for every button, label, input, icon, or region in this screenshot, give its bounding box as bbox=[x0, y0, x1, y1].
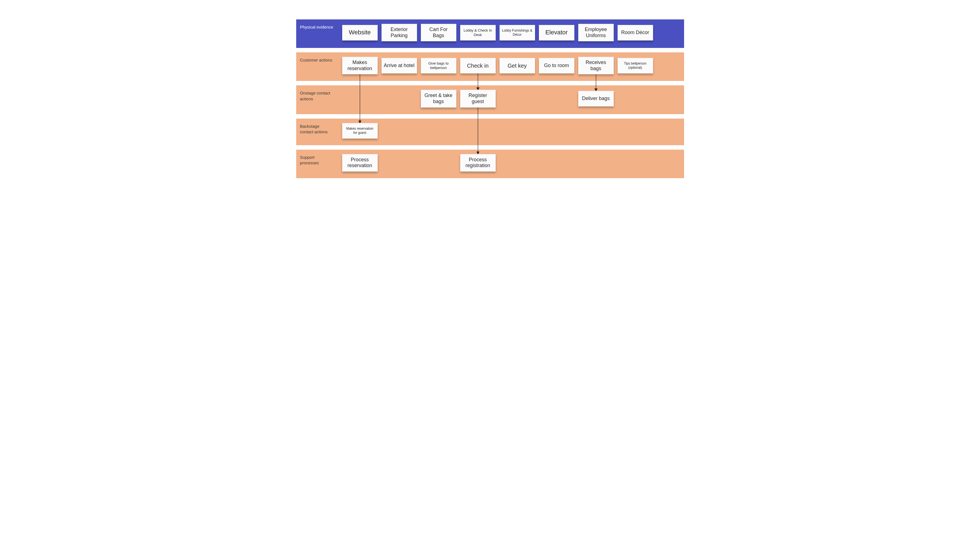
card-go-to-room[interactable]: Go to room bbox=[539, 58, 574, 73]
card-makes-reservation[interactable]: Makes reservation bbox=[342, 57, 378, 74]
empty-slot bbox=[499, 155, 535, 170]
lane-body: Makes reservation for guest bbox=[338, 119, 684, 145]
lane-customer-actions: Customer actions Makes reservation Arriv… bbox=[296, 52, 684, 81]
card-lobby-furnishings-decor[interactable]: Lobby Furnishings & Décor bbox=[499, 25, 535, 41]
lane-backstage-contact-actions: Backstage contact actions Makes reservat… bbox=[296, 119, 684, 145]
service-blueprint: Physical evidence Website Exterior Parki… bbox=[296, 20, 684, 178]
lane-label: Onstage contact actions bbox=[296, 85, 338, 102]
lane-physical-evidence: Physical evidence Website Exterior Parki… bbox=[296, 20, 684, 48]
lane-label: Backstage contact actions bbox=[296, 119, 338, 135]
lane-label: Customer actions bbox=[296, 52, 338, 63]
card-room-decor[interactable]: Room Décor bbox=[618, 25, 653, 41]
empty-slot bbox=[421, 123, 456, 138]
empty-slot bbox=[578, 123, 614, 138]
empty-slot bbox=[578, 155, 614, 170]
empty-slot bbox=[618, 155, 653, 170]
empty-slot bbox=[460, 123, 496, 138]
empty-slot bbox=[539, 123, 574, 138]
card-greet-take-bags[interactable]: Greet & take bags bbox=[421, 90, 456, 107]
lane-onstage-contact-actions: Onstage contact actions Greet & take bag… bbox=[296, 85, 684, 114]
card-process-registration[interactable]: Process registration bbox=[460, 154, 496, 171]
card-deliver-bags[interactable]: Deliver bags bbox=[578, 91, 614, 106]
empty-slot bbox=[382, 91, 417, 106]
empty-slot bbox=[618, 123, 653, 138]
empty-slot bbox=[499, 91, 535, 106]
card-makes-reservation-for-guest[interactable]: Makes reservation for guest bbox=[342, 123, 378, 138]
card-receives-bags[interactable]: Receives bags bbox=[578, 57, 614, 74]
card-get-key[interactable]: Get key bbox=[499, 58, 535, 73]
empty-slot bbox=[499, 123, 535, 138]
empty-slot bbox=[342, 91, 378, 106]
empty-slot bbox=[618, 91, 653, 106]
card-cart-for-bags[interactable]: Cart For Bags bbox=[421, 24, 456, 41]
lane-body: Website Exterior Parking Cart For Bags L… bbox=[338, 20, 684, 48]
empty-slot bbox=[421, 155, 456, 170]
empty-slot bbox=[382, 123, 417, 138]
card-tips-bellperson[interactable]: Tips bellperson (optional) bbox=[618, 58, 653, 73]
card-check-in[interactable]: Check in bbox=[460, 58, 496, 73]
lane-body: Process reservation Process registration bbox=[338, 150, 684, 178]
card-lobby-checkin-desk[interactable]: Lobby & Check In Desk bbox=[460, 25, 496, 41]
empty-slot bbox=[382, 155, 417, 170]
card-employee-uniforms[interactable]: Employee Uniforms bbox=[578, 24, 614, 41]
lane-label: Physical evidence bbox=[296, 20, 338, 30]
card-process-reservation[interactable]: Process reservation bbox=[342, 154, 378, 171]
lane-label: Support processes bbox=[296, 150, 338, 166]
card-register-guest[interactable]: Register guest bbox=[460, 90, 496, 107]
empty-slot bbox=[539, 91, 574, 106]
lane-support-processes: Support processes Process reservation Pr… bbox=[296, 150, 684, 178]
card-give-bags-to-bellperson[interactable]: Give bags to bellperson bbox=[421, 58, 456, 73]
empty-slot bbox=[539, 155, 574, 170]
card-website[interactable]: Website bbox=[342, 25, 378, 41]
card-exterior-parking[interactable]: Exterior Parking bbox=[382, 24, 417, 41]
lane-body: Greet & take bags Register guest Deliver… bbox=[338, 85, 684, 114]
card-arrive-at-hotel[interactable]: Arrive at hotel bbox=[382, 58, 417, 73]
lane-body: Makes reservation Arrive at hotel Give b… bbox=[338, 52, 684, 81]
card-elevator[interactable]: Elevator bbox=[539, 25, 574, 41]
